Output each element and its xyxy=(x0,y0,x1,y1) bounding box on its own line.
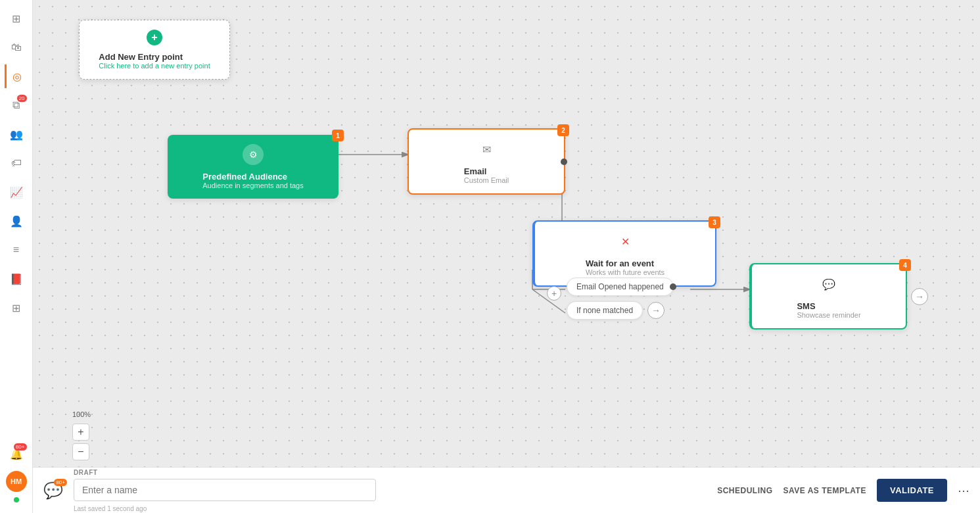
bottom-bar: 💬 80+ DRAFT Last saved 1 second ago SCHE… xyxy=(33,467,980,513)
wait-icon-node: ✕ xyxy=(615,231,636,252)
workflow-name-input[interactable] xyxy=(74,479,376,501)
chat-icon-wrap: 💬 80+ xyxy=(43,481,63,500)
entry-node-subtitle: Click here to add a new entry point xyxy=(99,62,210,70)
zoom-out-button[interactable]: − xyxy=(72,443,89,460)
audience-node-sub: Audience in segments and tags xyxy=(202,182,304,189)
sidebar-icon-chart[interactable]: 📈 xyxy=(5,180,28,204)
zoom-in-button[interactable]: + xyxy=(72,424,89,441)
layers-badge: 20 xyxy=(17,95,27,102)
sidebar-icon-book[interactable]: 📕 xyxy=(5,267,28,291)
node-number-1: 1 xyxy=(332,130,344,141)
sms-node-sub: Showcase reminder xyxy=(797,311,860,319)
wait-node-sub: Works with future events xyxy=(586,268,665,276)
sidebar-icon-grid[interactable]: ⊞ xyxy=(5,7,28,30)
sidebar-icon-audience[interactable]: 👤 xyxy=(5,209,28,233)
branch-email-opened[interactable]: Email Opened happened xyxy=(567,278,674,296)
sms-output-arrow[interactable]: → xyxy=(911,288,928,305)
sms-icon-node: 💬 xyxy=(818,274,839,295)
wait-event-node[interactable]: 3 ✕ Wait for an event Works with future … xyxy=(532,220,716,287)
add-branch-btn[interactable]: + xyxy=(547,286,561,301)
last-saved-text: Last saved 1 second ago xyxy=(74,505,707,512)
validate-button[interactable]: VALIDATE xyxy=(877,479,947,502)
add-entry-icon: + xyxy=(147,30,162,45)
workflow-canvas[interactable]: + Add New Entry point Click here to add … xyxy=(33,0,980,467)
draft-section: DRAFT Last saved 1 second ago xyxy=(74,469,707,512)
node-number-2: 2 xyxy=(557,124,569,136)
sidebar-icon-table[interactable]: ⊞ xyxy=(5,296,28,320)
scheduling-button[interactable]: SCHEDULING xyxy=(717,486,772,495)
bottom-actions: SCHEDULING SAVE AS TEMPLATE VALIDATE ⋯ xyxy=(717,479,969,502)
sidebar-icon-layers[interactable]: ⧉20 xyxy=(5,93,28,117)
sidebar-icon-tag[interactable]: 🏷 xyxy=(5,151,28,175)
sidebar-icon-list[interactable]: ≡ xyxy=(5,238,28,262)
sidebar: ⊞ 🛍 ◎ ⧉20 👥 🏷 📈 👤 ≡ 📕 ⊞ 🔔80+ HM xyxy=(0,0,33,513)
zoom-level-label: 100% xyxy=(72,410,91,418)
email-node[interactable]: 2 ✉ Email Custom Email xyxy=(408,128,565,195)
more-options-button[interactable]: ⋯ xyxy=(958,483,969,498)
main-content: + Add New Entry point Click here to add … xyxy=(33,0,980,513)
branch-none-matched[interactable]: If none matched → xyxy=(567,301,643,320)
sidebar-icon-bell[interactable]: 🔔80+ xyxy=(5,442,28,466)
audience-icon-node: ⚙ xyxy=(243,144,264,165)
branch-email-label: Email Opened happened xyxy=(576,282,664,291)
none-matched-arrow-btn[interactable]: → xyxy=(647,302,665,319)
branch-none-label: If none matched xyxy=(576,306,633,315)
wait-node-label: Wait for an event xyxy=(586,258,665,268)
email-node-label: Email xyxy=(464,166,509,176)
node-number-4: 4 xyxy=(899,259,911,271)
email-opened-dot xyxy=(670,283,676,290)
zoom-controls: 100% + − xyxy=(72,410,91,460)
sidebar-icon-store[interactable]: 🛍 xyxy=(5,36,28,59)
email-output-dot xyxy=(561,159,567,165)
sidebar-icon-people[interactable]: 👥 xyxy=(5,122,28,146)
email-icon-node: ✉ xyxy=(476,139,497,160)
bell-badge: 80+ xyxy=(14,443,27,451)
audience-node-label: Predefined Audience xyxy=(202,172,304,182)
chat-badge: 80+ xyxy=(54,479,67,486)
draft-label: DRAFT xyxy=(74,469,707,476)
user-avatar[interactable]: HM xyxy=(6,471,27,492)
sms-node[interactable]: 4 💬 SMS Showcase reminder → xyxy=(749,263,907,330)
entry-point-node[interactable]: + Add New Entry point Click here to add … xyxy=(79,20,230,80)
node-number-3: 3 xyxy=(709,216,720,228)
sms-node-label: SMS xyxy=(797,301,860,311)
audience-node[interactable]: 1 ⚙ Predefined Audience Audience in segm… xyxy=(168,135,338,199)
sidebar-icon-target[interactable]: ◎ xyxy=(5,64,28,88)
entry-node-title: Add New Entry point xyxy=(99,52,210,62)
email-node-sub: Custom Email xyxy=(464,176,509,184)
save-template-button[interactable]: SAVE AS TEMPLATE xyxy=(783,486,866,495)
